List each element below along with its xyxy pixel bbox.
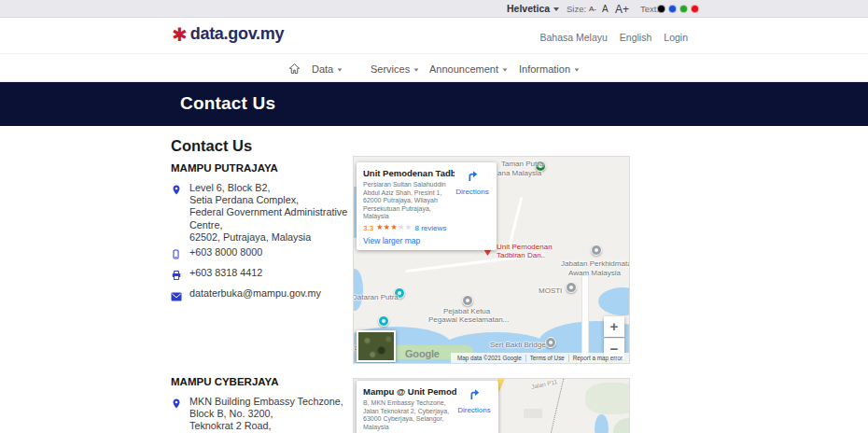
directions-icon [465, 170, 480, 186]
place-title: Unit Pemodenan Tadbiran Dan... [363, 168, 455, 178]
map-label: Seri Bakti Bridge [490, 341, 546, 349]
poi-icon [566, 282, 577, 293]
map-label: ana Malaysia [497, 169, 541, 177]
directions-icon [467, 388, 482, 404]
map-pin-icon [171, 182, 184, 244]
directions-button[interactable]: Directions [456, 386, 492, 433]
map-label: Dataran Putra [353, 293, 399, 301]
map-road-bridge [582, 276, 588, 364]
office-cyberjaya: MAMPU CYBERJAYA MKN Building Embassy Tec… [171, 376, 357, 433]
header-links: Bahasa Melayu English Login [539, 32, 688, 43]
site-logo[interactable]: ✱ data.gov.my [172, 24, 284, 44]
office-name: MAMPU PUTRAJAYA [171, 162, 357, 174]
star-rating-icon: ★★★★★★★★★★ [376, 224, 412, 231]
text-color-green-button[interactable] [679, 5, 688, 13]
chevron-down-icon [575, 68, 580, 71]
map-label: Awam Malaysia [568, 269, 621, 277]
directions-label: Directions [455, 188, 490, 196]
marker-label: Tadbiran Dan.. [497, 251, 545, 259]
map-label: Jalan P11 [530, 378, 558, 391]
map-info-card: Unit Pemodenan Tadbiran Dan... Persiaran… [357, 162, 497, 250]
address-line: Federal Government Administrative Centre… [189, 206, 357, 230]
map-water [595, 414, 609, 433]
reviews-link[interactable]: 8 reviews [414, 224, 446, 232]
address-line: 62502, Putrajaya, Malaysia [189, 231, 357, 244]
text-color-blue-button[interactable] [668, 5, 677, 13]
map-info-card: Mampu @ Unit Pemodenan Ta... B, MKN Emba… [357, 381, 498, 433]
phone-number: +603 8000 8000 [189, 246, 262, 264]
font-size-normal-button[interactable]: A [602, 4, 609, 14]
text-color-red-button[interactable] [691, 5, 699, 13]
place-rating: 3.3 ★★★★★★★★★★ 8 reviews [363, 224, 455, 232]
map-attribution: Map data ©2021 Google Terms of Use Repor… [451, 353, 629, 363]
map-park [585, 383, 630, 414]
address-line: Teknokrat 2 Road, [189, 420, 343, 432]
login-link[interactable]: Login [664, 32, 688, 43]
office-name: MAMPU CYBERJAYA [171, 376, 357, 387]
place-address: Persiaran Sultan Salahuddin Abdul Aziz S… [363, 181, 455, 221]
phone-icon [171, 246, 184, 264]
email-envelope-icon [171, 287, 184, 305]
transit-poi-icon [378, 315, 389, 327]
language-bahasa-link[interactable]: Bahasa Melayu [539, 32, 607, 43]
directions-button[interactable]: Directions [455, 168, 490, 245]
map-label: MOSTI [539, 286, 562, 295]
map-building [524, 409, 542, 418]
logo-flower-icon: ✱ [172, 25, 188, 44]
place-title: Mampu @ Unit Pemodenan Ta... [363, 386, 456, 397]
map-putrajaya[interactable]: Taman Putra ana Malaysia Jabatan Perdana… [353, 156, 630, 364]
email-link[interactable]: dataterbuka@mampu.gov.my [189, 287, 321, 299]
map-label: Jabatan Perkhidmatan [561, 259, 630, 268]
logo-text: data.gov.my [190, 24, 284, 44]
address-line: Setia Perdana Complex, [189, 194, 357, 206]
poi-icon [591, 244, 602, 256]
site-header: ✱ data.gov.my Bahasa Melayu English Logi… [0, 18, 868, 54]
map-label: Pejabat Ketua [443, 307, 490, 315]
phone-row: +603 8000 8000 [171, 246, 357, 264]
nav-item-services[interactable]: Services [371, 63, 419, 75]
font-selector[interactable]: Helvetica [507, 3, 559, 14]
satellite-view-toggle[interactable] [357, 330, 396, 362]
address-line: Level 6, Block B2, [189, 182, 357, 194]
main-nav: Data Services Announcement Information [0, 54, 868, 82]
poi-icon [462, 295, 473, 306]
directions-label: Directions [456, 406, 492, 414]
address-row: Level 6, Block B2, Setia Perdana Complex… [171, 182, 357, 244]
chevron-down-icon [338, 68, 343, 71]
nav-item-data[interactable]: Data [312, 63, 343, 75]
chevron-down-icon [553, 7, 559, 11]
size-label: Size: [567, 4, 586, 14]
home-icon[interactable] [288, 62, 301, 78]
font-size-decrease-button[interactable]: A- [589, 5, 596, 13]
zoom-in-button[interactable]: + [604, 316, 624, 337]
marker-label: Unit Pemodenan [497, 243, 553, 251]
map-water [353, 269, 363, 311]
map-label: Pegawai Keselamatan... [428, 315, 509, 324]
view-larger-map-link[interactable]: View larger map [363, 236, 455, 245]
text-color-black-button[interactable] [657, 5, 665, 13]
accessibility-bar: Helvetica Size: A- A A+ Text: [0, 0, 868, 18]
fax-number: +603 8318 4412 [189, 267, 262, 285]
chevron-down-icon [503, 68, 508, 71]
banner-title: Contact Us [180, 93, 275, 114]
page-title: Contact Us [171, 137, 252, 155]
fax-printer-icon [171, 267, 184, 285]
map-cyberjaya[interactable]: Jalan P11 Mampu @ Unit Pemodenan Ta... B… [353, 378, 630, 433]
google-logo[interactable]: Google [405, 348, 440, 359]
report-map-error-link[interactable]: Report a map error [569, 355, 626, 361]
font-size-increase-button[interactable]: A+ [615, 3, 629, 16]
place-address: B, MKN Embassy Techzone, Jalan Teknokrat… [363, 399, 456, 431]
map-label: Taman Putra [501, 160, 543, 168]
poi-icon [545, 337, 556, 348]
address-line: MKN Building Embassy Techzone, [189, 396, 343, 408]
office-putrajaya: MAMPU PUTRAJAYA Level 6, Block B2, Setia… [171, 162, 357, 308]
fax-row: +603 8318 4412 [171, 267, 357, 285]
rating-value: 3.3 [363, 224, 373, 232]
nav-item-information[interactable]: Information [519, 63, 580, 75]
nav-item-announcement[interactable]: Announcement [429, 63, 508, 75]
terms-of-use-link[interactable]: Terms of Use [526, 355, 568, 361]
map-water [598, 287, 630, 315]
language-english-link[interactable]: English [620, 32, 651, 43]
map-park [613, 418, 630, 433]
map-data-attribution: Map data ©2021 Google [454, 355, 525, 361]
